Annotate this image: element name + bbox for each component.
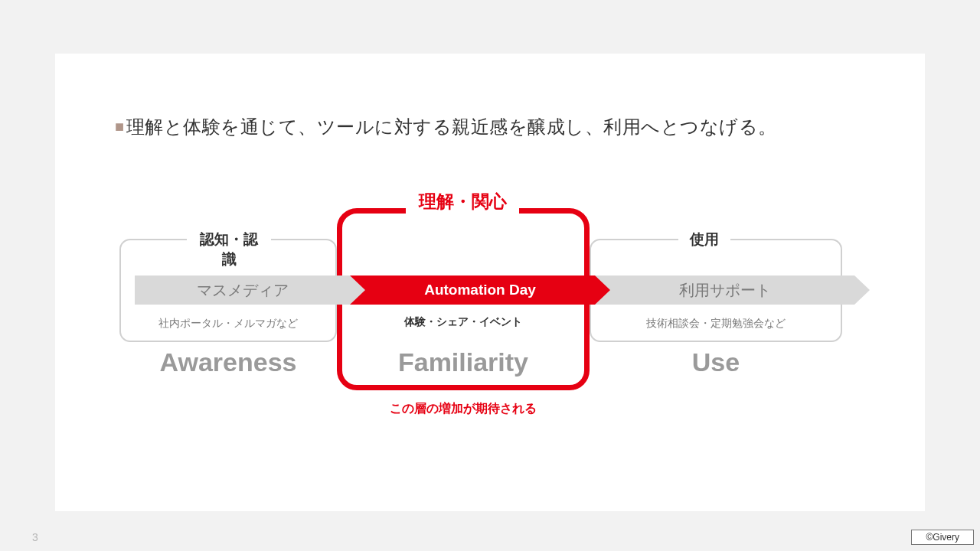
slide-canvas: ■理解と体験を通じて、ツールに対する親近感を醸成し、利用へとつなげる。 認知・認…: [0, 0, 980, 551]
stage-en-familiarity: Familiarity: [337, 347, 590, 377]
highlight-caption: この層の増加が期待される: [337, 401, 590, 417]
stage-sub-awareness: 社内ポータル・メルマガなど: [119, 317, 337, 331]
stage-sub-familiarity: 体験・シェア・イベント: [337, 315, 590, 329]
stage-sub-use: 技術相談会・定期勉強会など: [590, 317, 842, 331]
stage-en-use: Use: [590, 347, 842, 377]
heading-text: 理解と体験を通じて、ツールに対する親近感を醸成し、利用へとつなげる。: [126, 116, 777, 137]
copyright-badge: ©Givery: [911, 530, 974, 545]
stage-jp-label-awareness: 認知・認識: [187, 230, 271, 269]
page-number: 3: [32, 531, 38, 543]
arrow-label-familiarity: Automation Day: [350, 276, 610, 305]
stage-en-awareness: Awareness: [119, 347, 337, 377]
arrow-label-use: 利用サポート: [610, 276, 840, 305]
bullet-icon: ■: [115, 118, 125, 135]
stage-jp-label-use: 使用: [678, 230, 730, 249]
arrow-label-awareness: マスメディア: [135, 276, 350, 305]
stage-jp-label-familiarity: 理解・関心: [406, 190, 519, 214]
slide-heading: ■理解と体験を通じて、ツールに対する親近感を醸成し、利用へとつなげる。: [115, 115, 777, 139]
